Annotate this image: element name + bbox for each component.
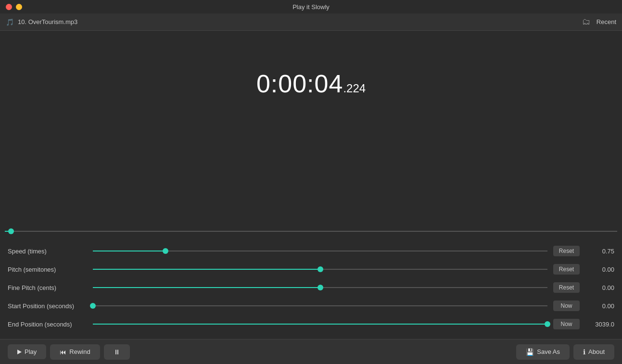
fine-pitch-slider-fill — [93, 287, 320, 288]
pitch-label: Pitch (semitones) — [8, 266, 87, 273]
pitch-reset-button[interactable]: Reset — [553, 264, 580, 275]
bottom-bar: Play ⏮ Rewind ⏸ 💾 Save As ℹ About — [0, 339, 622, 364]
file-bar-right: 🗂 Recent — [582, 17, 616, 27]
play-icon — [17, 350, 22, 354]
save-as-label: Save As — [537, 348, 560, 355]
time-milliseconds: .224 — [343, 82, 366, 95]
fine-pitch-slider-container[interactable] — [93, 283, 547, 292]
start-position-now-button[interactable]: Now — [553, 301, 580, 311]
pitch-slider-track[interactable] — [93, 269, 547, 270]
time-main: 0:00:04 — [256, 69, 343, 98]
end-position-label: End Position (seconds) — [8, 321, 87, 328]
about-button[interactable]: ℹ About — [573, 344, 614, 360]
speed-row: Speed (times) Reset 0.75 — [8, 242, 614, 260]
pitch-slider-thumb[interactable] — [317, 266, 323, 272]
end-position-slider-thumb[interactable] — [545, 321, 550, 327]
start-position-slider-thumb[interactable] — [90, 303, 96, 309]
pause-button[interactable]: ⏸ — [104, 344, 130, 360]
save-as-button[interactable]: 💾 Save As — [516, 344, 570, 360]
play-label: Play — [25, 348, 37, 355]
main-area: 0:00:04 .224 — [0, 31, 622, 236]
speed-slider-container[interactable] — [93, 246, 547, 256]
fine-pitch-value: 0.00 — [585, 284, 614, 291]
speed-reset-button[interactable]: Reset — [553, 246, 580, 256]
pitch-slider-container[interactable] — [93, 264, 547, 274]
pause-icon: ⏸ — [114, 348, 120, 356]
progress-track[interactable] — [5, 231, 617, 232]
speed-slider-thumb[interactable] — [163, 248, 168, 254]
pitch-row: Pitch (semitones) Reset 0.00 — [8, 260, 614, 278]
speed-label: Speed (times) — [8, 248, 87, 255]
rewind-icon: ⏮ — [60, 348, 66, 356]
start-position-value: 0.00 — [585, 302, 614, 310]
end-position-slider-container[interactable] — [93, 319, 547, 329]
start-position-row: Start Position (seconds) Now 0.00 — [8, 297, 614, 315]
file-icon: 🎵 — [6, 18, 14, 26]
start-position-slider-container[interactable] — [93, 301, 547, 311]
file-bar: 🎵 10. OverTourism.mp3 🗂 Recent — [0, 13, 622, 31]
about-label: About — [588, 348, 605, 355]
app-title: Play it Slowly — [292, 3, 330, 11]
end-position-slider-fill — [93, 324, 547, 325]
close-button[interactable] — [6, 4, 12, 10]
pitch-value: 0.00 — [585, 266, 614, 273]
traffic-lights — [6, 4, 22, 10]
speed-slider-fill — [93, 251, 165, 251]
recent-button[interactable]: Recent — [597, 18, 616, 25]
rewind-button[interactable]: ⏮ Rewind — [50, 344, 100, 360]
fine-pitch-label: Fine Pitch (cents) — [8, 284, 87, 291]
file-name: 10. OverTourism.mp3 — [18, 18, 582, 25]
saveas-icon: 💾 — [526, 348, 534, 356]
speed-value: 0.75 — [585, 248, 614, 255]
end-position-now-button[interactable]: Now — [553, 319, 580, 329]
open-folder-icon[interactable]: 🗂 — [582, 17, 591, 27]
fine-pitch-reset-button[interactable]: Reset — [553, 282, 580, 293]
end-position-row: End Position (seconds) Now 3039.0 — [8, 315, 614, 333]
pitch-slider-fill — [93, 269, 320, 270]
speed-slider-track[interactable] — [93, 251, 547, 251]
end-position-value: 3039.0 — [585, 321, 614, 328]
progress-area[interactable] — [0, 226, 622, 236]
controls-panel: Speed (times) Reset 0.75 Pitch (semitone… — [0, 236, 622, 339]
fine-pitch-row: Fine Pitch (cents) Reset 0.00 — [8, 278, 614, 297]
start-position-slider-track[interactable] — [93, 305, 547, 306]
time-display: 0:00:04 .224 — [256, 69, 366, 98]
minimize-button[interactable] — [16, 4, 22, 10]
about-icon: ℹ — [583, 348, 585, 356]
progress-thumb[interactable] — [8, 228, 14, 234]
rewind-label: Rewind — [69, 348, 90, 355]
fine-pitch-slider-thumb[interactable] — [317, 285, 323, 290]
start-position-label: Start Position (seconds) — [8, 302, 87, 310]
end-position-slider-track[interactable] — [93, 324, 547, 325]
play-button[interactable]: Play — [8, 344, 46, 359]
fine-pitch-slider-track[interactable] — [93, 287, 547, 288]
title-bar: Play it Slowly — [0, 0, 622, 13]
